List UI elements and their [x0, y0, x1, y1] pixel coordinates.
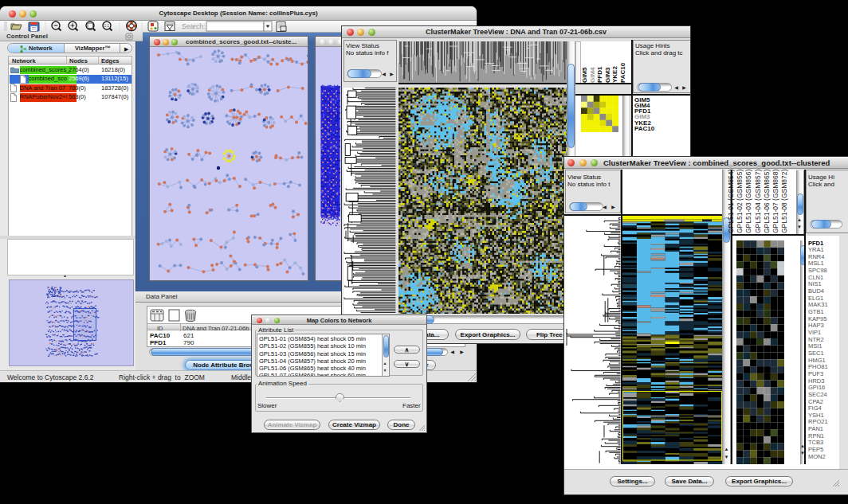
svg-text:1:1: 1:1 — [104, 24, 110, 28]
svg-text:Search:: Search: — [182, 22, 205, 30]
